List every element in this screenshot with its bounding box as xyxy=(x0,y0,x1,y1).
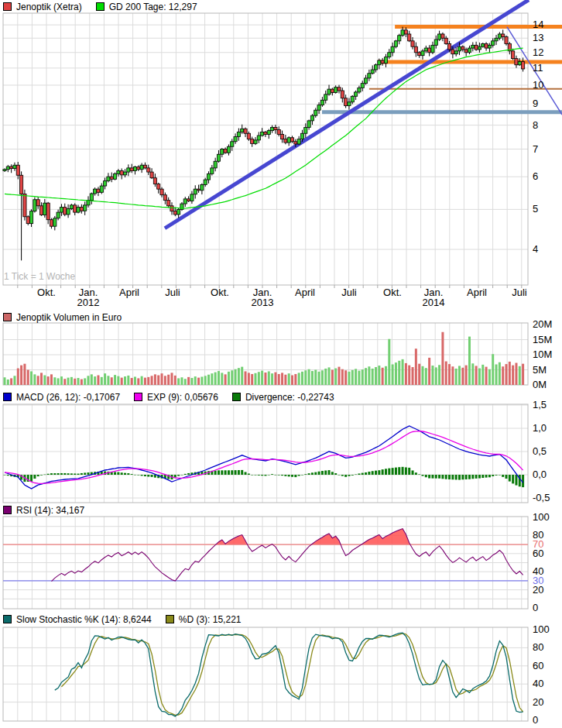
volume-y-label: 10M xyxy=(533,349,552,359)
macd-label: MACD (26, 12): -0,17067 xyxy=(16,392,120,403)
divergence-label: Divergence: -0,22743 xyxy=(245,392,334,403)
macd-y-label: -0,5 xyxy=(533,493,550,503)
macd-y-label: 1,5 xyxy=(533,400,547,410)
macd-legend-item: MACD (26, 12): -0,17067 xyxy=(3,392,120,403)
stoch-k-swatch xyxy=(3,615,12,623)
divergence-swatch xyxy=(232,393,241,401)
rsi-y-label: 60 xyxy=(533,548,543,558)
x-axis-month-label: Juli xyxy=(156,287,190,297)
stoch-y-label: 40 xyxy=(533,678,543,689)
x-axis-month-label: Okt. xyxy=(375,287,410,297)
price-series-swatch xyxy=(3,2,12,11)
volume-label: Jenoptik Volumen in Euro xyxy=(16,312,122,323)
rsi-legend: RSI (14): 34,167 xyxy=(3,505,84,515)
macd-y-label: 0,0 xyxy=(533,469,547,479)
price-y-label: 5 xyxy=(533,204,538,214)
price-y-label: 10 xyxy=(533,80,543,90)
volume-legend: Jenoptik Volumen in Euro xyxy=(3,312,122,322)
rsi-label: RSI (14): 34,167 xyxy=(16,505,84,516)
stoch-k-label: Slow Stochastic %K (14): 8,6244 xyxy=(16,614,152,625)
stoch-d-swatch xyxy=(166,615,174,623)
price-y-label: 13 xyxy=(533,33,543,43)
ma200-swatch xyxy=(96,2,105,11)
divergence-legend-item: Divergence: -0,22743 xyxy=(232,392,334,403)
exp-legend-item: EXP (9): 0,05676 xyxy=(134,392,218,403)
x-axis-month-label: April xyxy=(460,287,494,297)
ma200-legend-item: GD 200 Tage: 12,297 xyxy=(96,2,197,12)
volume-y-label: 20M xyxy=(533,319,552,329)
x-axis-month-label: April xyxy=(112,287,146,297)
volume-y-label: 0M xyxy=(533,379,547,390)
price-y-label: 7 xyxy=(533,144,538,154)
macd-chart xyxy=(4,426,525,489)
x-axis-month-label: Okt. xyxy=(203,287,237,297)
rsi-swatch xyxy=(3,506,12,514)
macd-y-label: 0,5 xyxy=(533,446,547,456)
price-y-label: 8 xyxy=(533,120,538,130)
rsi-y-label: 20 xyxy=(533,585,543,595)
exp-label: EXP (9): 0,05676 xyxy=(147,392,218,403)
rsi-y-label: 100 xyxy=(533,512,550,522)
jenoptik-chart-page: Jenoptik (Xetra) GD 200 Tage: 12,297 1 T… xyxy=(0,0,562,728)
macd-swatch xyxy=(3,393,12,401)
price-y-label: 12 xyxy=(533,47,543,57)
macd-y-label: 1,0 xyxy=(533,423,547,433)
x-axis-month-label: Juli xyxy=(332,287,366,297)
price-legend-item: Jenoptik (Xetra) xyxy=(3,2,82,12)
price-series-label: Jenoptik (Xetra) xyxy=(16,2,82,12)
price-y-label: 9 xyxy=(533,98,538,108)
price-y-label: 14 xyxy=(533,19,543,29)
stoch-d-label: %D (3): 15,221 xyxy=(179,614,242,625)
x-axis-year-label: 2014 xyxy=(416,297,451,307)
price-y-label: 6 xyxy=(533,171,538,181)
x-axis-month-label: Juli xyxy=(502,287,536,297)
volume-y-label: 5M xyxy=(533,365,547,375)
stoch-y-label: 60 xyxy=(533,661,543,671)
stoch-d-legend-item: %D (3): 15,221 xyxy=(166,614,242,625)
x-axis-year-label: 2013 xyxy=(245,297,279,307)
price-y-label: 11 xyxy=(533,63,543,73)
x-axis-month-label: Okt. xyxy=(29,287,63,297)
macd-legend: MACD (26, 12): -0,17067 EXP (9): 0,05676… xyxy=(3,392,334,402)
volume-swatch xyxy=(3,313,12,321)
stoch-y-label: 80 xyxy=(533,642,543,652)
price-y-label: 4 xyxy=(533,244,538,254)
stoch-y-label: 0 xyxy=(533,715,538,725)
exp-swatch xyxy=(134,393,142,401)
volume-legend-item: Jenoptik Volumen in Euro xyxy=(3,312,122,323)
ma200-line xyxy=(5,48,523,208)
x-axis-month-label: April xyxy=(288,287,322,297)
stoch-chart xyxy=(55,633,523,716)
ma200-label: GD 200 Tage: 12,297 xyxy=(109,2,197,12)
price-legend: Jenoptik (Xetra) GD 200 Tage: 12,297 xyxy=(3,2,197,12)
stoch-y-label: 20 xyxy=(533,697,543,707)
rsi-y-label: 0 xyxy=(533,603,538,613)
tick-note: 1 Tick = 1 Woche xyxy=(4,271,75,282)
stoch-k-legend-item: Slow Stochastic %K (14): 8,6244 xyxy=(3,614,152,625)
rsi-legend-item: RSI (14): 34,167 xyxy=(3,505,84,516)
volume-y-label: 15M xyxy=(533,335,552,345)
x-axis-year-label: 2012 xyxy=(71,297,105,307)
stoch-y-label: 100 xyxy=(533,624,550,634)
stoch-legend: Slow Stochastic %K (14): 8,6244 %D (3): … xyxy=(3,614,241,624)
